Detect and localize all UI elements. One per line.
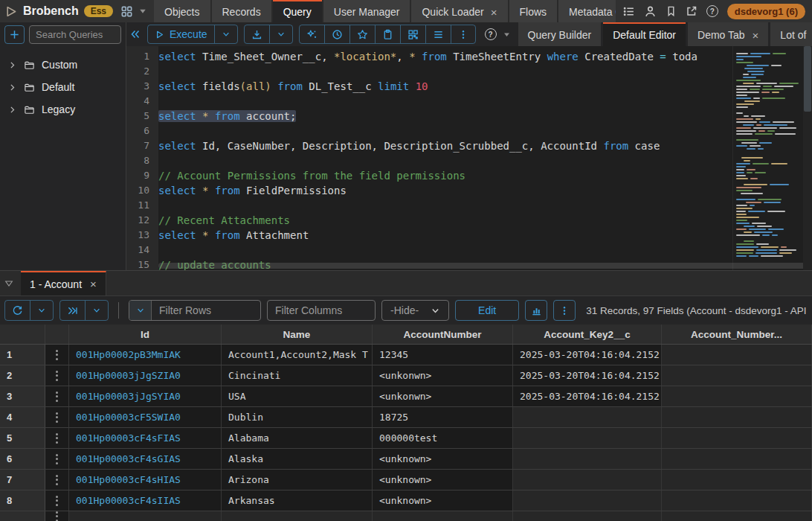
- cell-account-key2[interactable]: [513, 470, 662, 490]
- top-tab-objects[interactable]: Objects: [154, 0, 210, 22]
- cell[interactable]: [222, 511, 373, 521]
- top-tab-user-manager[interactable]: User Manager: [323, 0, 410, 22]
- close-icon[interactable]: ×: [90, 278, 97, 290]
- cell-account-key2[interactable]: [513, 490, 662, 511]
- qr-code-button[interactable]: [400, 25, 425, 43]
- chart-button[interactable]: [525, 300, 547, 321]
- code-line[interactable]: 1select Time_Sheet_Owner__c, *location*,…: [126, 49, 732, 64]
- column-header-account-key2-c[interactable]: Account_Key2__c: [513, 325, 662, 344]
- column-header-actions[interactable]: [45, 325, 69, 344]
- cell-accountnumber[interactable]: <unknown>: [373, 449, 513, 469]
- grid-apps-icon[interactable]: [120, 5, 133, 18]
- code-line[interactable]: 6: [126, 124, 732, 138]
- history-button[interactable]: [324, 25, 349, 43]
- cell-accountnumber[interactable]: 000000test: [373, 428, 513, 448]
- code-line[interactable]: 11: [126, 198, 732, 213]
- favorite-button[interactable]: [349, 25, 375, 43]
- caret-down-icon[interactable]: [138, 7, 147, 16]
- cell[interactable]: [662, 511, 812, 521]
- row-number[interactable]: 4: [0, 407, 45, 427]
- cell-account-number[interactable]: [662, 365, 812, 386]
- cell-accountnumber[interactable]: 18725: [373, 407, 513, 427]
- row-number[interactable]: 8: [0, 490, 45, 511]
- column-header-accountnumber[interactable]: AccountNumber: [373, 325, 513, 344]
- code-line[interactable]: 13select * from Attachment: [126, 228, 732, 243]
- bookmark-icon[interactable]: [666, 5, 677, 17]
- code-line[interactable]: 9// Account Permissions from the field p…: [126, 168, 732, 183]
- cell-id[interactable]: 001Hp00003cF4sHIAS: [69, 470, 222, 490]
- cell[interactable]: [513, 511, 662, 521]
- sidebar-folder-custom[interactable]: Custom: [0, 54, 126, 76]
- row-number[interactable]: 3: [0, 386, 45, 406]
- more-options-button[interactable]: [451, 25, 475, 43]
- edit-button[interactable]: Edit: [455, 300, 519, 321]
- row-number[interactable]: 6: [0, 449, 45, 469]
- download-options-button[interactable]: [269, 25, 292, 43]
- cell-account-number[interactable]: [662, 345, 812, 365]
- org-badge[interactable]: dsdevorg1 (6): [727, 4, 805, 19]
- cell-name[interactable]: Arkansas: [222, 490, 373, 511]
- row-number[interactable]: 7: [0, 470, 45, 490]
- row-number[interactable]: 1: [0, 345, 45, 365]
- row-actions-button[interactable]: [45, 345, 69, 365]
- row-actions-button[interactable]: [45, 407, 69, 427]
- cell-accountnumber[interactable]: 12345: [373, 345, 513, 365]
- refresh-button[interactable]: [5, 301, 30, 320]
- close-icon[interactable]: ×: [753, 30, 759, 41]
- cell-account-number[interactable]: [662, 386, 812, 406]
- minimap[interactable]: [732, 46, 803, 270]
- cell-name[interactable]: Cincinati: [222, 365, 373, 386]
- sidebar-folder-legacy[interactable]: Legacy: [0, 98, 126, 121]
- result-tab-account[interactable]: 1 - Account ×: [21, 271, 106, 295]
- top-tab-metadata-comp[interactable]: Metadata Comp: [558, 0, 616, 22]
- cell-account-number[interactable]: [662, 449, 812, 469]
- editor-tab-query-builder[interactable]: Query Builder: [518, 22, 602, 46]
- code-line[interactable]: 2: [126, 64, 732, 79]
- row-actions-button[interactable]: [45, 511, 69, 521]
- cell-account-number[interactable]: [662, 490, 812, 511]
- editor-help-icon[interactable]: ?: [485, 28, 497, 40]
- cell-accountnumber[interactable]: <unkonwn>: [373, 365, 513, 386]
- row-actions-button[interactable]: [45, 449, 69, 469]
- cell-account-number[interactable]: [662, 470, 812, 490]
- row-actions-button[interactable]: [45, 365, 69, 386]
- code-line[interactable]: 14: [126, 243, 732, 258]
- close-icon[interactable]: ×: [491, 7, 497, 18]
- code-line[interactable]: 12// Recent Attachments: [126, 213, 732, 228]
- execute-options-button[interactable]: [214, 25, 237, 43]
- row-actions-button[interactable]: [45, 428, 69, 448]
- row-number[interactable]: 2: [0, 365, 45, 386]
- code-editor[interactable]: 1select Time_Sheet_Owner__c, *location*,…: [126, 46, 812, 270]
- cell-account-key2[interactable]: 2025-03-20T04:16:04.2152: [513, 365, 662, 386]
- fetch-all-button[interactable]: [60, 301, 85, 320]
- cell-id[interactable]: 001Hp00003jJgSYIA0: [69, 386, 222, 406]
- cell-id[interactable]: 001Hp00003cF4sGIAS: [69, 449, 222, 469]
- execute-button[interactable]: Execute: [148, 25, 214, 43]
- row-actions-button[interactable]: [45, 490, 69, 511]
- cell-name[interactable]: Alabama: [222, 428, 373, 448]
- caret-down-icon[interactable]: [503, 31, 511, 39]
- cell-name[interactable]: Account1,Account2,Mask T: [222, 345, 373, 365]
- cell-accountnumber[interactable]: <unknown>: [373, 490, 513, 511]
- row-actions-button[interactable]: [45, 386, 69, 406]
- editor-tab-demo-tab[interactable]: Demo Tab×: [688, 22, 768, 46]
- collapse-sidebar-icon[interactable]: [129, 28, 141, 40]
- open-external-icon[interactable]: [686, 5, 697, 17]
- top-tab-flows[interactable]: Flows: [509, 0, 558, 22]
- cell-accountnumber[interactable]: <unkonwn>: [373, 386, 513, 406]
- panel-collapse-icon[interactable]: [4, 278, 14, 289]
- cell[interactable]: [69, 511, 222, 521]
- top-tab-query[interactable]: Query: [273, 0, 322, 22]
- cell-id[interactable]: 001Hp00003jJgSZIA0: [69, 365, 222, 386]
- code-line[interactable]: 8: [126, 153, 732, 168]
- cell-name[interactable]: Alaska: [222, 449, 373, 469]
- list-format-button[interactable]: [425, 25, 451, 43]
- code-line[interactable]: 7select Id, CaseNumber, Description, Des…: [126, 138, 732, 153]
- top-tab-quick-loader[interactable]: Quick Loader×: [411, 0, 507, 22]
- cell-id[interactable]: 001Hp00003cF4sIIAS: [69, 490, 222, 511]
- cell-account-key2[interactable]: 2025-03-20T04:16:04.2152: [513, 386, 662, 406]
- new-query-button[interactable]: [4, 25, 25, 44]
- row-number[interactable]: [0, 511, 45, 521]
- cell-account-number[interactable]: [662, 428, 812, 448]
- cell-account-key2[interactable]: [513, 428, 662, 448]
